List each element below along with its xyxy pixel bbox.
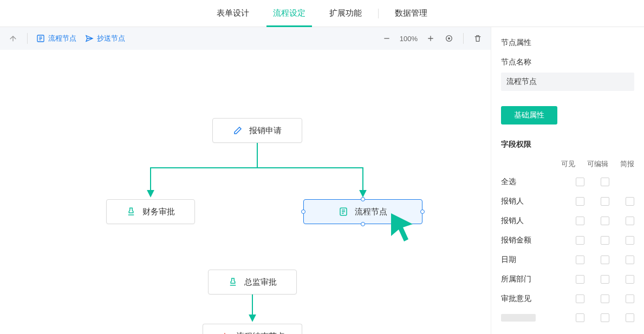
checkbox[interactable] bbox=[576, 256, 584, 264]
node-end[interactable]: 流程结束节点 bbox=[203, 324, 302, 334]
node-director-label: 总监审批 bbox=[244, 277, 277, 287]
checkbox[interactable] bbox=[601, 275, 609, 284]
checkbox[interactable] bbox=[601, 178, 609, 186]
edit-icon bbox=[233, 126, 243, 135]
share-icon[interactable] bbox=[8, 33, 18, 44]
field-perm-title: 字段权限 bbox=[501, 140, 634, 149]
perm-row: 所属部门 bbox=[501, 270, 634, 289]
zoom-in-button[interactable] bbox=[425, 33, 436, 44]
add-cc-node-button[interactable]: 抄送节点 bbox=[85, 34, 125, 43]
checkbox[interactable] bbox=[626, 217, 634, 225]
placeholder-bar bbox=[501, 314, 536, 322]
checkbox[interactable] bbox=[601, 217, 609, 225]
checkbox[interactable] bbox=[626, 275, 634, 284]
perm-label: 报销人 bbox=[501, 216, 524, 226]
add-flow-node-label: 流程节点 bbox=[48, 34, 76, 43]
zoom-level: 100% bbox=[400, 35, 418, 43]
checkbox[interactable] bbox=[626, 294, 634, 303]
fit-screen-button[interactable] bbox=[444, 33, 454, 44]
checkbox[interactable] bbox=[601, 313, 609, 322]
node-flow-label: 流程节点 bbox=[355, 207, 387, 217]
checkbox[interactable] bbox=[601, 256, 609, 264]
perm-header: 可见 可编辑 简报 bbox=[501, 155, 634, 172]
node-apply-label: 报销申请 bbox=[249, 126, 282, 136]
checkbox[interactable] bbox=[576, 313, 584, 322]
perm-row: 日期 bbox=[501, 250, 634, 270]
col-editable: 可编辑 bbox=[587, 159, 608, 169]
perm-label: 报销人 bbox=[501, 197, 524, 206]
add-cc-node-label: 抄送节点 bbox=[97, 34, 125, 43]
top-tabs: 表单设计 流程设定 扩展功能 数据管理 bbox=[0, 0, 644, 27]
port-top[interactable] bbox=[361, 197, 365, 201]
node-end-label: 流程结束节点 bbox=[236, 331, 285, 334]
checkbox[interactable] bbox=[601, 236, 609, 245]
properties-panel: 节点属性 节点名称 基础属性 字段权限 可见 可编辑 简报 全选 报销人 bbox=[491, 27, 644, 334]
checkbox[interactable] bbox=[626, 256, 634, 264]
perm-row-select-all: 全选 bbox=[501, 172, 634, 192]
port-bottom[interactable] bbox=[361, 222, 365, 226]
node-director[interactable]: 总监审批 bbox=[208, 270, 297, 294]
node-apply[interactable]: 报销申请 bbox=[212, 118, 302, 143]
node-name-label: 节点名称 bbox=[501, 57, 634, 67]
port-left[interactable] bbox=[301, 209, 305, 214]
checkbox[interactable] bbox=[576, 275, 584, 284]
add-flow-node-button[interactable]: 流程节点 bbox=[36, 34, 76, 43]
tab-flow-settings[interactable]: 流程设定 bbox=[261, 0, 317, 27]
checkbox[interactable] bbox=[626, 236, 634, 245]
perm-row-loading bbox=[501, 309, 634, 327]
node-finance[interactable]: 财务审批 bbox=[106, 199, 195, 224]
tab-form-design[interactable]: 表单设计 bbox=[205, 0, 261, 27]
perm-row: 审批意见 bbox=[501, 289, 634, 309]
checkbox[interactable] bbox=[576, 197, 584, 206]
delete-button[interactable] bbox=[472, 33, 483, 44]
tab-divider bbox=[378, 9, 379, 18]
perm-label: 全选 bbox=[501, 177, 516, 187]
canvas-toolbar: 流程节点 抄送节点 100% bbox=[0, 27, 491, 50]
checkbox[interactable] bbox=[576, 236, 584, 245]
perm-row: 报销人 bbox=[501, 211, 634, 231]
panel-title: 节点属性 bbox=[501, 38, 634, 48]
tab-extensions[interactable]: 扩展功能 bbox=[317, 0, 374, 27]
checkbox[interactable] bbox=[576, 294, 584, 303]
power-icon bbox=[220, 332, 230, 335]
svg-point-2 bbox=[448, 38, 450, 40]
form-icon bbox=[339, 207, 348, 217]
basic-props-button[interactable]: 基础属性 bbox=[501, 106, 557, 125]
perm-label: 审批意见 bbox=[501, 294, 531, 304]
node-name-input[interactable] bbox=[501, 73, 634, 91]
checkbox[interactable] bbox=[626, 313, 634, 322]
checkbox[interactable] bbox=[601, 197, 609, 206]
stamp-icon bbox=[126, 207, 136, 217]
perm-row: 报销人 bbox=[501, 192, 634, 211]
node-finance-label: 财务审批 bbox=[142, 207, 175, 217]
port-right[interactable] bbox=[420, 209, 425, 214]
perm-label: 所属部门 bbox=[501, 274, 531, 284]
perm-label: 报销金额 bbox=[501, 235, 531, 245]
tab-data-mgmt[interactable]: 数据管理 bbox=[383, 0, 439, 27]
checkbox[interactable] bbox=[576, 217, 584, 225]
perm-row: 报销金额 bbox=[501, 231, 634, 250]
perm-label: 日期 bbox=[501, 255, 516, 265]
cursor-icon bbox=[390, 212, 409, 236]
stamp-icon bbox=[228, 277, 238, 287]
zoom-out-button[interactable] bbox=[381, 33, 392, 44]
checkbox[interactable] bbox=[626, 197, 634, 206]
col-brief: 简报 bbox=[620, 159, 634, 169]
checkbox[interactable] bbox=[601, 294, 609, 303]
col-visible: 可见 bbox=[561, 159, 575, 169]
checkbox[interactable] bbox=[576, 178, 584, 186]
flow-canvas[interactable]: 报销申请 财务审批 流程节点 bbox=[0, 50, 491, 334]
